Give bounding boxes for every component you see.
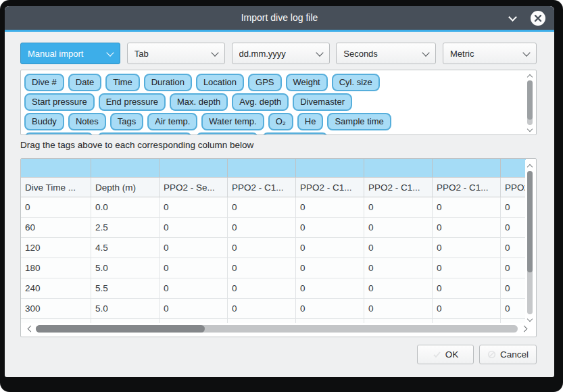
tag-row: BuddyNotesTagsAir temp.Water temp.O₂HeSa… — [24, 113, 391, 130]
table-hscroll-thumb[interactable] — [36, 325, 205, 333]
column-drop-target[interactable] — [21, 159, 91, 178]
table-cell: 0.0 — [91, 197, 160, 218]
tag-pill[interactable]: Tags — [110, 113, 143, 130]
import-mode-dropdown[interactable]: Manual import — [20, 43, 120, 64]
column-drop-target[interactable] — [433, 159, 501, 178]
table-cell — [364, 319, 433, 323]
table-vertical-scrollbar[interactable] — [525, 160, 535, 323]
tag-pill[interactable]: Cyl. size — [332, 74, 380, 91]
import-mode-value: Manual import — [28, 49, 103, 59]
tag-pill[interactable]: GPS — [248, 74, 281, 91]
scroll-down-icon[interactable] — [528, 317, 533, 322]
table-hscroll-track[interactable] — [36, 325, 518, 333]
chevron-down-icon — [316, 49, 323, 56]
table-row: 602.5000000 — [21, 218, 526, 238]
tag-pill[interactable]: Divemaster — [293, 93, 352, 111]
column-header: PPO2 - C1... — [296, 178, 364, 197]
tag-pill[interactable]: Max. depth — [170, 93, 228, 111]
table-cell: 0 — [364, 258, 433, 278]
import-preview-table: Dive Time ...Depth (m)PPO2 - Se...PPO2 -… — [20, 158, 537, 337]
table-header-row: Dive Time ...Depth (m)PPO2 - Se...PPO2 -… — [21, 178, 526, 197]
tag-pill[interactable]: Sample temperature — [97, 132, 192, 135]
chevron-down-icon — [211, 49, 218, 56]
tags-scrollbar-thumb[interactable] — [527, 80, 533, 120]
table-cell: 0 — [501, 258, 526, 278]
ok-button[interactable]: OK — [417, 345, 474, 364]
tag-pill[interactable]: Notes — [68, 113, 106, 130]
table-cell: 0 — [228, 218, 296, 238]
tag-pill[interactable]: Buddy — [24, 113, 64, 130]
duration-format-dropdown[interactable]: Seconds — [336, 43, 436, 64]
tag-pill[interactable]: Location — [196, 74, 244, 91]
table-cell: 0 — [433, 258, 501, 278]
table-cell: 0 — [364, 197, 433, 218]
table-cell: 2.5 — [91, 218, 160, 238]
table-cell: 0 — [364, 218, 433, 238]
tag-pill[interactable]: Avg. depth — [232, 93, 289, 111]
cancel-button[interactable]: Cancel — [479, 345, 537, 364]
tag-pill[interactable]: Sample time — [327, 113, 391, 130]
table-cell: 0 — [296, 278, 364, 299]
separator-dropdown[interactable]: Tab — [127, 43, 225, 64]
column-drop-target[interactable] — [160, 159, 228, 178]
table-cell: 0 — [160, 278, 228, 299]
table-cell: 0 — [228, 197, 296, 218]
table-cell: 0 — [160, 238, 228, 258]
table-cell — [91, 319, 160, 323]
table-cell: 0 — [160, 258, 228, 278]
table-horizontal-scrollbar[interactable] — [25, 324, 529, 334]
separator-value: Tab — [134, 49, 208, 59]
tag-pill[interactable]: Sample pO₂ — [196, 132, 258, 135]
table-row: 00.0000000 — [21, 197, 526, 218]
tags-scrollbar[interactable] — [526, 72, 535, 133]
tag-pill[interactable]: Sample CNS — [262, 132, 328, 135]
scroll-left-icon[interactable] — [26, 326, 32, 332]
table-cell: 0 — [160, 218, 228, 238]
table-cell — [21, 319, 91, 323]
column-drop-target[interactable] — [228, 159, 296, 178]
scroll-up-icon[interactable] — [528, 163, 533, 168]
scroll-right-icon[interactable] — [522, 326, 527, 332]
date-format-value: dd.mm.yyyy — [239, 49, 313, 59]
table-cell — [296, 319, 364, 323]
table-cell: 0 — [296, 258, 364, 278]
table-cell: 120 — [21, 238, 91, 258]
drop-target-row — [21, 159, 526, 178]
titlebar[interactable]: Import dive log file — [5, 6, 554, 30]
date-format-dropdown[interactable]: dd.mm.yyyy — [232, 43, 330, 64]
table-cell: 0 — [228, 258, 296, 278]
tag-pill[interactable]: Sample depth — [24, 132, 93, 135]
tag-row: Start pressureEnd pressureMax. depthAvg.… — [24, 93, 352, 111]
table-cell: 0 — [160, 299, 228, 319]
tag-pill[interactable]: O₂ — [268, 113, 293, 130]
column-drop-target[interactable] — [91, 159, 160, 178]
column-drop-target[interactable] — [501, 159, 526, 178]
tag-pill[interactable]: Weight — [286, 74, 328, 91]
tag-pill[interactable]: End pressure — [99, 93, 166, 111]
duration-format-value: Seconds — [343, 49, 419, 59]
table-cell: 0 — [296, 218, 364, 238]
column-drop-target[interactable] — [296, 159, 364, 178]
close-button[interactable] — [531, 11, 545, 26]
table-vscroll-thumb[interactable] — [527, 171, 533, 272]
table-cell: 240 — [21, 278, 91, 299]
scroll-down-icon[interactable] — [528, 127, 533, 132]
tag-pill[interactable]: Air temp. — [147, 113, 197, 130]
column-drop-target[interactable] — [364, 159, 433, 178]
tag-pill[interactable]: Dive # — [24, 74, 64, 91]
column-header: PPO2 - C1... — [228, 178, 296, 197]
tag-pill[interactable]: Duration — [144, 74, 192, 91]
scroll-up-icon[interactable] — [528, 73, 533, 78]
tag-pill[interactable]: Water temp. — [201, 113, 264, 130]
units-dropdown[interactable]: Metric — [443, 43, 537, 64]
tag-pill[interactable]: Date — [68, 74, 101, 91]
table-cell — [228, 319, 296, 323]
tag-pill[interactable]: Start pressure — [24, 93, 95, 111]
tag-pill[interactable]: Time — [105, 74, 139, 91]
tag-pill[interactable]: He — [297, 113, 324, 130]
table-cell: 0 — [501, 299, 526, 319]
column-header: PPO2 - C1... — [364, 178, 433, 197]
table-cell: 0 — [433, 299, 501, 319]
shade-button[interactable] — [506, 12, 518, 24]
table-row: 1805.0000000 — [21, 258, 526, 278]
